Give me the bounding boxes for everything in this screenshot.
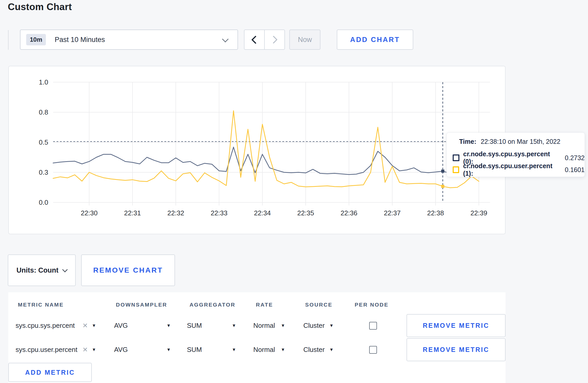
per-node-checkbox[interactable] [369,322,377,330]
tooltip-time-label: Time: [459,138,476,145]
clear-metric-icon[interactable]: ✕ [82,338,88,362]
x-tick-label: 22:33 [211,209,227,217]
per-node-checkbox[interactable] [369,346,377,354]
previous-range-button[interactable] [244,30,264,49]
x-tick-label: 22:37 [384,209,401,217]
series-line [53,147,479,175]
aggregator-select[interactable]: SUM [187,338,202,362]
rate-caret-icon[interactable]: ▼ [281,338,285,362]
time-range-picker[interactable]: 10m Past 10 Minutes [20,30,238,50]
x-tick-label: 22:39 [470,209,487,217]
source-caret-icon[interactable]: ▼ [329,338,334,362]
hover-marker [441,185,444,188]
downsampler-select[interactable]: AVG [114,314,128,338]
source-select[interactable]: Cluster [303,314,325,338]
page-title: Custom Chart [8,2,72,12]
rate-caret-icon[interactable]: ▼ [281,314,285,338]
downsampler-select[interactable]: AVG [114,338,128,362]
tooltip-series-value: 0.2732 [565,154,585,162]
remove-chart-button[interactable]: REMOVE CHART [81,254,175,286]
y-tick-label: 0.5 [39,138,48,146]
tooltip-series-name: cr.node.sys.cpu.user.percent (1): [463,162,559,177]
chevron-down-icon [222,36,228,42]
time-range-arrows [244,30,285,50]
user-series-swatch-icon [453,166,459,173]
x-tick-label: 22:35 [297,209,314,217]
tooltip-series-value: 0.1601 [565,166,585,174]
chart-tooltip: Time: 22:38:10 on Mar 15th, 2022 cr.node… [446,132,585,177]
remove-metric-button[interactable]: REMOVE METRIC [407,314,506,337]
col-header-per-node: PER NODE [355,302,389,308]
add-chart-button[interactable]: ADD CHART [337,30,413,50]
source-caret-icon[interactable]: ▼ [329,314,334,338]
metric-name-value[interactable]: sys.cpu.sys.percent [16,314,75,338]
add-metric-button[interactable]: ADD METRIC [8,363,92,382]
tooltip-time-value: 22:38:10 on Mar 15th, 2022 [481,138,560,145]
chart-card: 0.00.30.50.81.022:3022:3122:3222:3322:34… [8,66,506,234]
chevron-right-icon [269,36,277,44]
metric-caret-icon[interactable]: ▼ [92,314,96,338]
x-tick-label: 22:34 [254,209,271,217]
y-tick-label: 0.8 [39,108,48,116]
downsampler-caret-icon[interactable]: ▼ [166,314,171,338]
aggregator-select[interactable]: SUM [187,314,202,338]
sys-series-swatch-icon [453,154,459,161]
x-tick-label: 22:30 [81,209,97,217]
units-dropdown[interactable]: Units: Count [8,254,76,286]
downsampler-caret-icon[interactable]: ▼ [166,338,171,362]
col-header-aggregator: AGGREGATOR [190,302,235,308]
x-tick-label: 22:32 [167,209,184,217]
toolbar-divider [8,30,9,50]
now-button[interactable]: Now [289,30,320,50]
units-label: Units: Count [17,266,59,274]
chevron-down-icon [62,267,68,272]
series-line [53,111,479,188]
x-tick-label: 22:36 [340,209,357,217]
col-header-source: SOURCE [305,302,332,308]
rate-select[interactable]: Normal [253,338,275,362]
aggregator-caret-icon[interactable]: ▼ [232,314,236,338]
time-range-badge: 10m [26,34,46,45]
rate-select[interactable]: Normal [253,314,275,338]
remove-metric-button[interactable]: REMOVE METRIC [407,338,506,361]
x-tick-label: 22:31 [124,209,141,217]
col-header-downsampler: DOWNSAMPLER [116,302,167,308]
col-header-rate: RATE [256,302,273,308]
y-tick-label: 1.0 [39,78,48,86]
source-select[interactable]: Cluster [303,338,325,362]
cpu-chart[interactable]: 0.00.30.50.81.022:3022:3122:3222:3322:34… [9,66,505,234]
y-tick-label: 0.0 [39,198,48,206]
next-range-button[interactable] [264,30,284,49]
time-range-label: Past 10 Minutes [55,36,105,44]
col-header-metric-name: METRIC NAME [18,302,64,308]
x-tick-label: 22:38 [427,209,444,217]
metric-name-value[interactable]: sys.cpu.user.percent [16,338,77,362]
table-row: sys.cpu.sys.percent ✕ ▼ AVG ▼ SUM ▼ Norm… [8,314,506,338]
clear-metric-icon[interactable]: ✕ [82,314,88,338]
table-row: sys.cpu.user.percent ✕ ▼ AVG ▼ SUM ▼ Nor… [8,338,506,362]
hover-marker [441,169,444,173]
y-tick-label: 0.3 [39,168,48,176]
aggregator-caret-icon[interactable]: ▼ [232,338,236,362]
metric-caret-icon[interactable]: ▼ [92,338,96,362]
chevron-left-icon [251,36,260,44]
